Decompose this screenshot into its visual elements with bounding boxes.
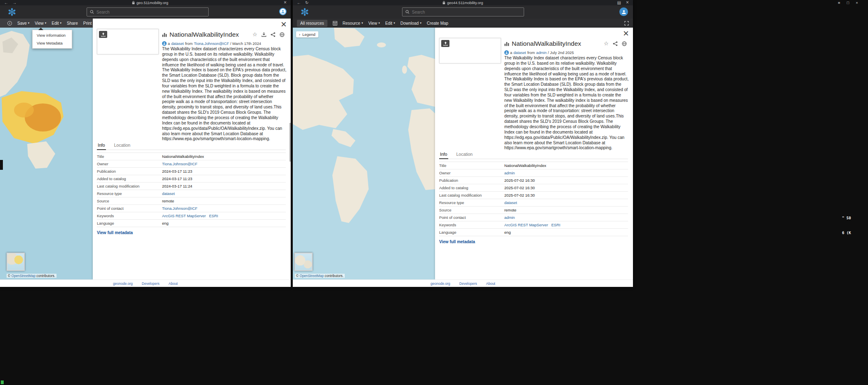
window-close-icon[interactable]: ×	[284, 0, 287, 5]
reload-icon[interactable]: ↻	[305, 0, 308, 5]
view-full-metadata-link[interactable]: View full metadata	[439, 239, 628, 244]
terminal-window-icon[interactable]: □	[847, 0, 849, 5]
metadata-value: 2025-07-02 16:30	[504, 178, 535, 183]
forward-icon[interactable]: →	[12, 0, 16, 5]
upload-thumbnail-button[interactable]	[99, 31, 107, 38]
footer-link[interactable]: geonode.org	[113, 282, 133, 286]
print-button[interactable]: Print	[83, 21, 92, 26]
favorite-star-icon[interactable]: ☆	[252, 32, 257, 37]
footer-link[interactable]: About	[169, 282, 178, 286]
terminal-menu-icon[interactable]: ≡	[838, 0, 840, 5]
user-avatar-icon[interactable]	[619, 7, 628, 16]
nav-view-menu[interactable]: View▾	[368, 21, 380, 26]
metadata-row: Language eng	[97, 220, 286, 227]
download-icon[interactable]	[261, 32, 266, 37]
metadata-value[interactable]: dataset	[504, 200, 517, 205]
url-bar[interactable]: geo.511mobility.org	[21, 1, 280, 5]
nav-resource-menu[interactable]: Resource▾	[343, 21, 363, 26]
legend-toggle[interactable]: › Legend	[296, 31, 318, 38]
share-icon[interactable]	[613, 41, 618, 46]
share-icon[interactable]	[271, 32, 275, 37]
tab-location[interactable]: Location	[113, 143, 132, 150]
metadata-value[interactable]: Tiona.Johnson@ICF	[162, 206, 198, 211]
save-menu-button[interactable]: Save▾	[17, 21, 29, 26]
metadata-row: Added to catalog 2024-03-17 11:23	[97, 175, 286, 183]
metadata-label: Owner	[97, 162, 162, 166]
map-edge-control[interactable]	[0, 160, 3, 170]
map-attribution: © OpenStreetMap contributors.	[7, 274, 56, 278]
metadata-value[interactable]: Tiona.Johnson@ICF	[162, 162, 198, 166]
map-canvas[interactable]: › Legend © OpenStreetMap contributors.	[293, 28, 435, 279]
resource-actions: ☆	[604, 41, 627, 46]
osm-link[interactable]: OpenStreetMap	[11, 274, 35, 278]
tab-location[interactable]: Location	[456, 152, 474, 159]
window-close-icon[interactable]: ×	[626, 0, 629, 5]
back-icon[interactable]: ←	[297, 0, 301, 5]
metadata-value: NationalWalkabilityIndex	[504, 163, 546, 168]
osm-link[interactable]: OpenStreetMap	[299, 274, 324, 278]
nav-all-resources[interactable]: All resources	[297, 20, 327, 27]
dataset-type-link[interactable]: dataset	[171, 42, 184, 46]
url-text: geo.511mobility.org	[136, 1, 168, 5]
reading-list-icon[interactable]: ▤	[617, 0, 621, 5]
view-menu-item[interactable]: View Metadata	[33, 39, 72, 47]
search-icon	[90, 10, 94, 14]
view-full-metadata-link[interactable]: View full metadata	[97, 230, 286, 235]
account-icon[interactable]	[279, 8, 287, 15]
share-button[interactable]: Share	[67, 21, 78, 26]
edit-menu-button[interactable]: Edit▾	[52, 21, 61, 26]
panel-tabs: Info Location	[97, 143, 286, 150]
search-input[interactable]	[412, 10, 521, 14]
panel-close-icon[interactable]: ×	[281, 19, 287, 29]
favorite-star-icon[interactable]: ☆	[604, 41, 609, 46]
geonode-logo[interactable]	[300, 7, 309, 16]
lock-icon	[442, 1, 445, 5]
view-dropdown-menu: View information View Metadata	[32, 30, 72, 49]
owner-link[interactable]: Tiona.Johnson@ICF	[194, 42, 229, 46]
footer-link[interactable]: About	[486, 282, 495, 286]
attribution-suffix: contributors.	[36, 274, 55, 278]
overview-map-thumbnail[interactable]	[294, 253, 313, 271]
dataset-type-link[interactable]: dataset	[513, 51, 526, 55]
footer-link[interactable]: Developers	[142, 282, 160, 286]
metadata-value[interactable]: dataset	[162, 191, 175, 196]
upload-thumbnail-button[interactable]	[441, 40, 449, 47]
owner-link[interactable]: admin	[536, 51, 546, 55]
view-menu-button[interactable]: View▾	[35, 21, 46, 26]
metadata-value[interactable]: ArcGIS REST MapServer ESRI	[504, 223, 560, 227]
metadata-value[interactable]: admin	[504, 215, 515, 220]
map-attribution: © OpenStreetMap contributors.	[295, 274, 345, 278]
metadata-label: Language	[97, 221, 162, 225]
fullscreen-icon[interactable]	[624, 21, 629, 26]
nav-create-map[interactable]: Create Map	[427, 21, 448, 26]
titlebar-left: ← → geo.511mobility.org ×	[0, 0, 291, 5]
overview-map-thumbnail[interactable]	[7, 253, 25, 271]
search-input[interactable]	[96, 10, 205, 14]
panel-close-icon[interactable]: ×	[623, 28, 629, 38]
back-icon[interactable]: ←	[4, 0, 8, 5]
nav-download-menu[interactable]: Download▾	[400, 21, 421, 26]
resource-actions: ☆	[252, 32, 285, 37]
tab-info[interactable]: Info	[97, 143, 106, 150]
scrollbar-thumb[interactable]	[289, 123, 291, 162]
chevron-right-icon: ›	[299, 32, 300, 37]
geonode-logo[interactable]	[7, 7, 16, 16]
tab-info[interactable]: Info	[439, 152, 448, 159]
footer-link[interactable]: geonode.org	[430, 282, 450, 286]
view-menu-item[interactable]: View information	[33, 31, 72, 39]
url-bar[interactable]: geo44.511mobility.org	[313, 1, 613, 5]
globe-icon[interactable]	[622, 41, 627, 46]
footer-link[interactable]: Developers	[459, 282, 477, 286]
search-box	[402, 7, 524, 16]
globe-icon[interactable]	[280, 32, 285, 37]
terminal-close-icon[interactable]: ×	[856, 0, 858, 5]
metadata-value[interactable]: ArcGIS REST MapServer ESRI	[162, 214, 218, 218]
catalog-grid-icon[interactable]	[333, 21, 337, 26]
map-basemap	[293, 28, 435, 279]
map-canvas[interactable]: © OpenStreetMap contributors.	[0, 28, 93, 279]
info-icon[interactable]: i	[7, 21, 12, 26]
metadata-value[interactable]: admin	[504, 171, 515, 175]
byline-from: from	[185, 42, 193, 46]
app-header-left	[0, 5, 291, 19]
nav-edit-menu[interactable]: Edit▾	[385, 21, 395, 26]
